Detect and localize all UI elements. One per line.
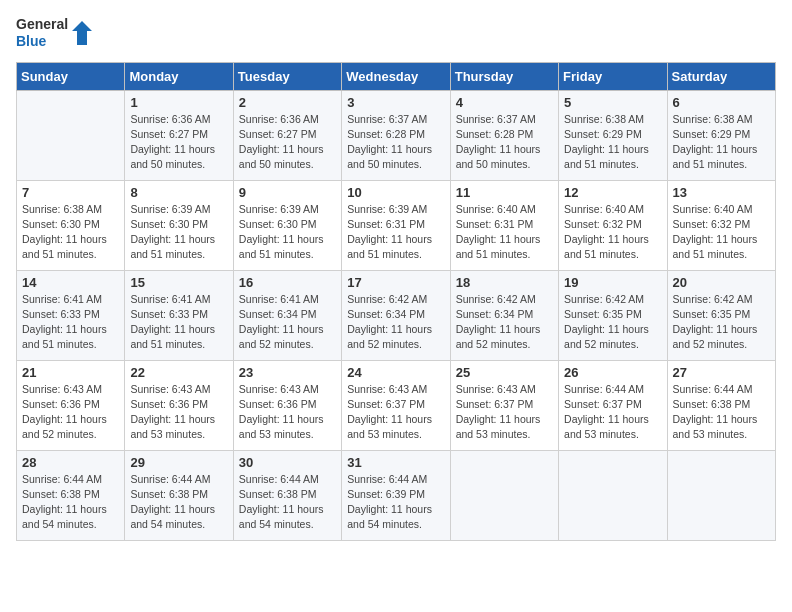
day-info: Sunrise: 6:43 AMSunset: 6:36 PMDaylight:… (130, 382, 227, 443)
calendar-cell: 24Sunrise: 6:43 AMSunset: 6:37 PMDayligh… (342, 360, 450, 450)
day-number: 25 (456, 365, 553, 380)
logo: GeneralBlue (16, 16, 92, 50)
day-number: 4 (456, 95, 553, 110)
calendar-cell: 22Sunrise: 6:43 AMSunset: 6:36 PMDayligh… (125, 360, 233, 450)
calendar-cell: 20Sunrise: 6:42 AMSunset: 6:35 PMDayligh… (667, 270, 775, 360)
day-number: 20 (673, 275, 770, 290)
calendar-cell: 26Sunrise: 6:44 AMSunset: 6:37 PMDayligh… (559, 360, 667, 450)
calendar-cell: 25Sunrise: 6:43 AMSunset: 6:37 PMDayligh… (450, 360, 558, 450)
day-number: 8 (130, 185, 227, 200)
calendar-cell: 23Sunrise: 6:43 AMSunset: 6:36 PMDayligh… (233, 360, 341, 450)
calendar-cell (667, 450, 775, 540)
calendar-table: SundayMondayTuesdayWednesdayThursdayFrid… (16, 62, 776, 541)
calendar-cell: 21Sunrise: 6:43 AMSunset: 6:36 PMDayligh… (17, 360, 125, 450)
calendar-cell: 4Sunrise: 6:37 AMSunset: 6:28 PMDaylight… (450, 90, 558, 180)
day-number: 29 (130, 455, 227, 470)
page-header: GeneralBlue (16, 16, 776, 50)
day-info: Sunrise: 6:43 AMSunset: 6:37 PMDaylight:… (456, 382, 553, 443)
day-info: Sunrise: 6:44 AMSunset: 6:37 PMDaylight:… (564, 382, 661, 443)
calendar-cell: 19Sunrise: 6:42 AMSunset: 6:35 PMDayligh… (559, 270, 667, 360)
day-info: Sunrise: 6:42 AMSunset: 6:34 PMDaylight:… (347, 292, 444, 353)
day-info: Sunrise: 6:41 AMSunset: 6:33 PMDaylight:… (22, 292, 119, 353)
day-number: 14 (22, 275, 119, 290)
calendar-cell: 29Sunrise: 6:44 AMSunset: 6:38 PMDayligh… (125, 450, 233, 540)
day-number: 19 (564, 275, 661, 290)
day-number: 21 (22, 365, 119, 380)
calendar-cell: 11Sunrise: 6:40 AMSunset: 6:31 PMDayligh… (450, 180, 558, 270)
calendar-cell: 27Sunrise: 6:44 AMSunset: 6:38 PMDayligh… (667, 360, 775, 450)
day-number: 15 (130, 275, 227, 290)
calendar-cell: 31Sunrise: 6:44 AMSunset: 6:39 PMDayligh… (342, 450, 450, 540)
calendar-cell: 15Sunrise: 6:41 AMSunset: 6:33 PMDayligh… (125, 270, 233, 360)
day-info: Sunrise: 6:40 AMSunset: 6:32 PMDaylight:… (564, 202, 661, 263)
day-info: Sunrise: 6:43 AMSunset: 6:36 PMDaylight:… (239, 382, 336, 443)
day-info: Sunrise: 6:43 AMSunset: 6:36 PMDaylight:… (22, 382, 119, 443)
logo-text: GeneralBlue (16, 16, 68, 50)
calendar-cell: 16Sunrise: 6:41 AMSunset: 6:34 PMDayligh… (233, 270, 341, 360)
day-number: 12 (564, 185, 661, 200)
day-info: Sunrise: 6:38 AMSunset: 6:30 PMDaylight:… (22, 202, 119, 263)
day-number: 28 (22, 455, 119, 470)
day-info: Sunrise: 6:44 AMSunset: 6:38 PMDaylight:… (22, 472, 119, 533)
day-info: Sunrise: 6:41 AMSunset: 6:34 PMDaylight:… (239, 292, 336, 353)
calendar-cell: 6Sunrise: 6:38 AMSunset: 6:29 PMDaylight… (667, 90, 775, 180)
day-number: 7 (22, 185, 119, 200)
day-info: Sunrise: 6:39 AMSunset: 6:30 PMDaylight:… (130, 202, 227, 263)
calendar-cell: 10Sunrise: 6:39 AMSunset: 6:31 PMDayligh… (342, 180, 450, 270)
day-info: Sunrise: 6:43 AMSunset: 6:37 PMDaylight:… (347, 382, 444, 443)
day-number: 23 (239, 365, 336, 380)
day-info: Sunrise: 6:36 AMSunset: 6:27 PMDaylight:… (130, 112, 227, 173)
day-info: Sunrise: 6:39 AMSunset: 6:31 PMDaylight:… (347, 202, 444, 263)
day-info: Sunrise: 6:41 AMSunset: 6:33 PMDaylight:… (130, 292, 227, 353)
day-info: Sunrise: 6:38 AMSunset: 6:29 PMDaylight:… (564, 112, 661, 173)
calendar-cell (17, 90, 125, 180)
calendar-week-row: 14Sunrise: 6:41 AMSunset: 6:33 PMDayligh… (17, 270, 776, 360)
day-number: 17 (347, 275, 444, 290)
calendar-week-row: 28Sunrise: 6:44 AMSunset: 6:38 PMDayligh… (17, 450, 776, 540)
weekday-row: SundayMondayTuesdayWednesdayThursdayFrid… (17, 62, 776, 90)
calendar-cell (559, 450, 667, 540)
day-number: 22 (130, 365, 227, 380)
day-number: 24 (347, 365, 444, 380)
calendar-week-row: 1Sunrise: 6:36 AMSunset: 6:27 PMDaylight… (17, 90, 776, 180)
calendar-cell: 8Sunrise: 6:39 AMSunset: 6:30 PMDaylight… (125, 180, 233, 270)
calendar-cell: 5Sunrise: 6:38 AMSunset: 6:29 PMDaylight… (559, 90, 667, 180)
day-number: 2 (239, 95, 336, 110)
day-info: Sunrise: 6:44 AMSunset: 6:38 PMDaylight:… (673, 382, 770, 443)
day-number: 1 (130, 95, 227, 110)
day-number: 10 (347, 185, 444, 200)
calendar-cell (450, 450, 558, 540)
calendar-cell: 30Sunrise: 6:44 AMSunset: 6:38 PMDayligh… (233, 450, 341, 540)
calendar-cell: 1Sunrise: 6:36 AMSunset: 6:27 PMDaylight… (125, 90, 233, 180)
day-number: 16 (239, 275, 336, 290)
day-number: 18 (456, 275, 553, 290)
calendar-cell: 13Sunrise: 6:40 AMSunset: 6:32 PMDayligh… (667, 180, 775, 270)
weekday-header: Monday (125, 62, 233, 90)
day-number: 9 (239, 185, 336, 200)
calendar-cell: 17Sunrise: 6:42 AMSunset: 6:34 PMDayligh… (342, 270, 450, 360)
calendar-cell: 14Sunrise: 6:41 AMSunset: 6:33 PMDayligh… (17, 270, 125, 360)
day-info: Sunrise: 6:40 AMSunset: 6:32 PMDaylight:… (673, 202, 770, 263)
day-info: Sunrise: 6:44 AMSunset: 6:38 PMDaylight:… (239, 472, 336, 533)
calendar-cell: 9Sunrise: 6:39 AMSunset: 6:30 PMDaylight… (233, 180, 341, 270)
weekday-header: Sunday (17, 62, 125, 90)
day-info: Sunrise: 6:38 AMSunset: 6:29 PMDaylight:… (673, 112, 770, 173)
weekday-header: Wednesday (342, 62, 450, 90)
day-info: Sunrise: 6:44 AMSunset: 6:38 PMDaylight:… (130, 472, 227, 533)
day-info: Sunrise: 6:39 AMSunset: 6:30 PMDaylight:… (239, 202, 336, 263)
calendar-header: SundayMondayTuesdayWednesdayThursdayFrid… (17, 62, 776, 90)
day-info: Sunrise: 6:37 AMSunset: 6:28 PMDaylight:… (456, 112, 553, 173)
calendar-cell: 12Sunrise: 6:40 AMSunset: 6:32 PMDayligh… (559, 180, 667, 270)
day-info: Sunrise: 6:42 AMSunset: 6:34 PMDaylight:… (456, 292, 553, 353)
weekday-header: Thursday (450, 62, 558, 90)
day-info: Sunrise: 6:37 AMSunset: 6:28 PMDaylight:… (347, 112, 444, 173)
calendar-cell: 3Sunrise: 6:37 AMSunset: 6:28 PMDaylight… (342, 90, 450, 180)
weekday-header: Saturday (667, 62, 775, 90)
calendar-body: 1Sunrise: 6:36 AMSunset: 6:27 PMDaylight… (17, 90, 776, 540)
day-info: Sunrise: 6:44 AMSunset: 6:39 PMDaylight:… (347, 472, 444, 533)
day-number: 31 (347, 455, 444, 470)
day-number: 6 (673, 95, 770, 110)
weekday-header: Tuesday (233, 62, 341, 90)
day-number: 30 (239, 455, 336, 470)
calendar-cell: 7Sunrise: 6:38 AMSunset: 6:30 PMDaylight… (17, 180, 125, 270)
